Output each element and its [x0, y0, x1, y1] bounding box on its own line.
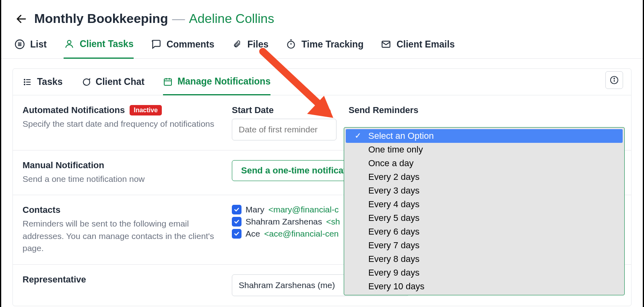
section-title: Automated Notifications [23, 105, 125, 115]
label-start-date: Start Date [232, 105, 336, 115]
dropdown-option[interactable]: Every 5 days [346, 211, 623, 225]
person-icon [64, 38, 75, 49]
tab-label: List [30, 39, 47, 50]
dropdown-option[interactable]: One time only [346, 143, 623, 157]
svg-point-5 [68, 40, 71, 44]
dropdown-option[interactable]: Every 9 days [346, 266, 623, 280]
contact-checkbox[interactable] [232, 205, 242, 214]
contact-name: Ace [246, 229, 260, 239]
dropdown-option[interactable]: Every 2 days [346, 170, 623, 184]
paperclip-icon [231, 39, 243, 50]
subtab-manage-notifications[interactable]: Manage Notifications [163, 76, 270, 95]
stopwatch-icon [285, 39, 297, 50]
check-icon [233, 231, 240, 237]
tab-client-tasks[interactable]: Client Tasks [64, 38, 134, 59]
check-icon [233, 218, 240, 225]
tab-label: Client Emails [396, 39, 454, 50]
dropdown-option[interactable]: Every 6 days [346, 225, 623, 239]
tab-comments[interactable]: Comments [151, 39, 215, 58]
tab-files[interactable]: Files [231, 39, 268, 58]
section-description: Send a one time notification now [23, 173, 224, 185]
contact-email: <mary@financial-c [268, 205, 339, 214]
subtab-label: Client Chat [96, 76, 144, 87]
tab-label: Client Tasks [80, 39, 134, 49]
dropdown-option[interactable]: Every 4 days [346, 198, 623, 211]
subtab-label: Manage Notifications [178, 76, 270, 87]
subtab-tasks[interactable]: Tasks [23, 76, 63, 95]
top-tabs: List Client Tasks Comments Files Time Tr… [1, 31, 643, 59]
info-icon [610, 76, 619, 84]
section-title: Contacts [23, 205, 60, 215]
title-separator: — [172, 11, 185, 26]
dropdown-option[interactable]: Every 3 days [346, 184, 623, 198]
tab-client-emails[interactable]: Client Emails [380, 39, 454, 58]
list-lines-icon [14, 39, 25, 50]
calendar-icon [163, 77, 173, 87]
speech-bubble-icon [151, 39, 162, 50]
section-description: Specify the start date and frequency of … [23, 118, 224, 130]
contact-email: <sh [326, 217, 340, 227]
page-title-row: Monthly Bookkeeping — Adeline Collins [34, 11, 274, 26]
section-description: Reminders will be sent to the following … [23, 218, 224, 254]
client-name[interactable]: Adeline Collins [189, 11, 274, 26]
dropdown-option[interactable]: Once a day [346, 157, 623, 170]
contact-name: Mary [246, 205, 264, 214]
envelope-icon [380, 39, 392, 50]
page-title: Monthly Bookkeeping [34, 11, 168, 26]
tab-time-tracking[interactable]: Time Tracking [285, 39, 363, 58]
subtab-label: Tasks [37, 76, 63, 87]
contact-name: Shahram Zarshenas [246, 217, 322, 227]
svg-point-14 [24, 82, 25, 82]
check-icon [233, 206, 240, 213]
chat-bubble-icon [81, 77, 91, 87]
sub-tabs: Tasks Client Chat Manage Notifications [13, 69, 631, 95]
dropdown-option[interactable]: Every 7 days [346, 239, 623, 252]
info-button[interactable] [605, 71, 623, 89]
section-title: Representative [23, 274, 86, 285]
label-send-reminders: Send Reminders [349, 105, 621, 115]
svg-rect-16 [164, 79, 171, 85]
tab-list[interactable]: List [14, 39, 47, 58]
tab-label: Comments [167, 39, 215, 50]
section-title: Manual Notification [23, 160, 104, 171]
dropdown-option[interactable]: Every 8 days [346, 252, 623, 266]
svg-point-22 [614, 78, 615, 79]
dropdown-send-reminders[interactable]: Select an OptionOne time onlyOnce a dayE… [344, 127, 625, 295]
dropdown-option[interactable]: Every 10 days [346, 280, 623, 293]
task-list-icon [23, 77, 32, 87]
svg-point-15 [24, 84, 25, 85]
svg-point-13 [24, 79, 25, 80]
arrow-left-icon [15, 13, 27, 25]
back-button[interactable] [14, 12, 29, 26]
contact-checkbox[interactable] [232, 217, 242, 227]
tab-label: Time Tracking [301, 39, 363, 50]
contact-checkbox[interactable] [232, 229, 242, 239]
subtab-client-chat[interactable]: Client Chat [81, 76, 144, 95]
status-badge-inactive: Inactive [130, 105, 162, 115]
contact-email: <ace@financial-cen [264, 229, 339, 239]
input-start-date[interactable] [232, 119, 336, 140]
dropdown-option[interactable]: Select an Option [346, 129, 623, 143]
tab-label: Files [248, 39, 268, 50]
